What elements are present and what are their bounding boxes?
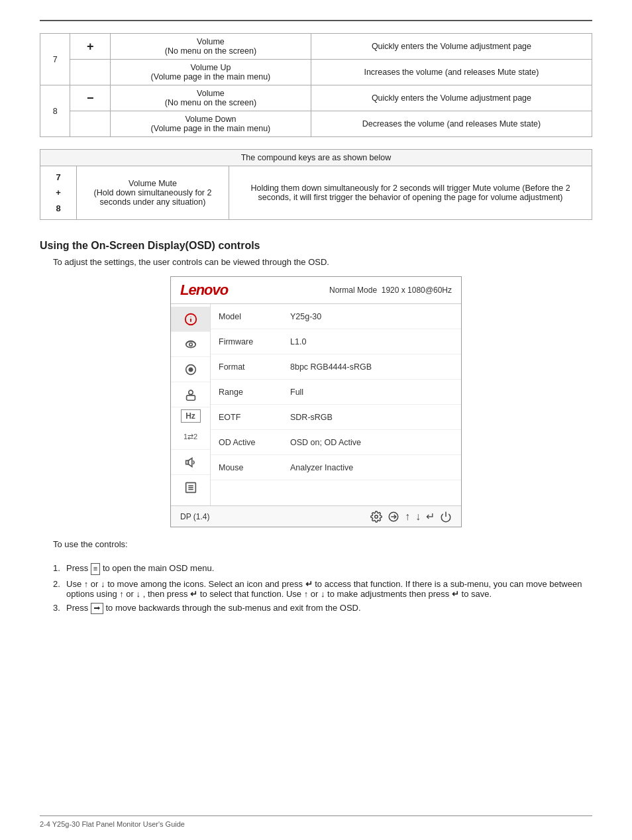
- section-intro: To adjust the settings, the user control…: [53, 257, 592, 267]
- button-icon: [70, 60, 111, 85]
- back-icon-inline: ⮕: [91, 603, 103, 614]
- osd-section: Using the On-Screen Display(OSD) control…: [40, 240, 592, 614]
- osd-value-odactive: OSD on; OD Active: [284, 438, 461, 447]
- row-number: 7: [40, 34, 70, 85]
- page-footer: 2-4 Y25g-30 Flat Panel Monitor User's Gu…: [40, 815, 592, 828]
- row-number: 8: [40, 85, 70, 137]
- table-row: Volume Down(Volume page in the main menu…: [40, 111, 592, 137]
- instruction-1: 1. Press ≡ to open the main OSD menu.: [53, 563, 592, 574]
- section-title: Using the On-Screen Display(OSD) control…: [40, 240, 592, 252]
- osd-label-model: Model: [211, 312, 284, 321]
- osd-port-label: DP (1.4): [180, 512, 209, 521]
- svg-point-2: [190, 316, 191, 317]
- button-icon: +: [70, 34, 111, 60]
- instructions-intro: To use the controls:: [53, 539, 592, 549]
- osd-mode-text: Normal Mode 1920 x 1080@60Hz: [329, 286, 452, 295]
- osd-data-row-eotf: EOTF SDR-sRGB: [211, 405, 461, 430]
- ctrl-enter-icon[interactable]: ↵: [426, 510, 435, 523]
- osd-label-format: Format: [211, 362, 284, 372]
- svg-point-15: [375, 515, 378, 518]
- table-row: 8 − Volume(No menu on the screen) Quickl…: [40, 85, 592, 111]
- action-cell: Volume(No menu on the screen): [111, 34, 311, 60]
- instr-num-2: 2.: [53, 579, 66, 599]
- osd-data-row-format: Format 8bpc RGB4444-sRGB: [211, 354, 461, 380]
- action-cell: Volume Mute (Hold down simultaneously fo…: [77, 166, 229, 220]
- instructions: To use the controls: 1. Press ≡ to open …: [53, 539, 592, 614]
- osd-data-row-mouse: Mouse Analyzer Inactive: [211, 455, 461, 480]
- table-row: Volume Up(Volume page in the main menu) …: [40, 60, 592, 85]
- ctrl-up-icon[interactable]: ↑: [405, 511, 410, 523]
- table-row: 7 + Volume(No menu on the screen) Quickl…: [40, 34, 592, 60]
- action-cell: Volume(No menu on the screen): [111, 85, 311, 111]
- osd-value-eotf: SDR-sRGB: [284, 413, 461, 422]
- ctrl-down-icon[interactable]: ↓: [415, 511, 421, 523]
- description-cell: Quickly enters the Volume adjustment pag…: [311, 34, 592, 60]
- svg-rect-8: [186, 395, 195, 400]
- instr-text-3: Press ⮕ to move backwards through the su…: [66, 603, 592, 614]
- osd-label-firmware: Firmware: [211, 337, 284, 346]
- osd-container: Lenovo Normal Mode 1920 x 1080@60Hz: [40, 276, 592, 527]
- instr-num-1: 1.: [53, 563, 66, 574]
- osd-icon-circle-dot[interactable]: [171, 357, 210, 382]
- table-header: The compound keys are as shown below: [40, 150, 592, 166]
- osd-footer-controls: ↑ ↓ ↵: [370, 510, 452, 523]
- osd-data-row-range: Range Full: [211, 380, 461, 405]
- osd-value-mouse: Analyzer Inactive: [284, 463, 461, 472]
- description-cell: Increases the volume (and releases Mute …: [311, 60, 592, 85]
- osd-data-row-empty: [211, 480, 461, 505]
- table-row: The compound keys are as shown below: [40, 150, 592, 166]
- osd-data-row-odactive: OD Active OSD on; OD Active: [211, 430, 461, 455]
- osd-label-eotf: EOTF: [211, 413, 284, 422]
- instruction-3: 3. Press ⮕ to move backwards through the…: [53, 603, 592, 614]
- description-cell: Decreases the volume (and releases Mute …: [311, 111, 592, 137]
- osd-footer: DP (1.4): [171, 505, 461, 527]
- svg-point-6: [189, 368, 193, 372]
- ctrl-back-icon[interactable]: [388, 511, 399, 523]
- osd-value-format: 8bpc RGB4444-sRGB: [284, 362, 461, 372]
- instruction-2: 2. Use ↑ or ↓ to move among the icons. S…: [53, 579, 592, 599]
- svg-point-4: [189, 342, 192, 346]
- osd-icon-hz[interactable]: Hz: [181, 409, 201, 423]
- ctrl-power-icon[interactable]: [440, 511, 452, 523]
- osd-data-row-firmware: Firmware L1.0: [211, 329, 461, 354]
- osd-icon-speaker[interactable]: [171, 450, 210, 475]
- instr-num-3: 3.: [53, 603, 66, 614]
- action-cell: Volume Up(Volume page in the main menu): [111, 60, 311, 85]
- table-row: 7+8 Volume Mute (Hold down simultaneousl…: [40, 166, 592, 220]
- osd-icon-user[interactable]: [171, 382, 210, 407]
- volume-table: 7 + Volume(No menu on the screen) Quickl…: [40, 33, 592, 137]
- osd-icons-column: Hz 1⇄2: [171, 304, 211, 505]
- key-numbers: 7+8: [40, 166, 77, 220]
- svg-marker-10: [188, 458, 192, 466]
- osd-body: Hz 1⇄2: [171, 304, 461, 505]
- osd-icon-eye[interactable]: [171, 332, 210, 357]
- button-icon: [70, 111, 111, 137]
- instr-text-1: Press ≡ to open the main OSD menu.: [66, 563, 592, 574]
- osd-icon-info[interactable]: [171, 307, 210, 332]
- page-content: 7 + Volume(No menu on the screen) Quickl…: [0, 0, 632, 658]
- osd-icon-menu[interactable]: [171, 475, 210, 500]
- osd-value-model: Y25g-30: [284, 312, 461, 321]
- osd-data-row-model: Model Y25g-30: [211, 304, 461, 329]
- top-border: [40, 20, 592, 21]
- description-cell: Quickly enters the Volume adjustment pag…: [311, 85, 592, 111]
- osd-header: Lenovo Normal Mode 1920 x 1080@60Hz: [171, 277, 461, 304]
- ctrl-settings-icon[interactable]: [370, 511, 382, 523]
- compound-keys-table: The compound keys are as shown below 7+8…: [40, 149, 592, 220]
- menu-icon-inline: ≡: [91, 563, 100, 574]
- instr-text-2: Use ↑ or ↓ to move among the icons. Sele…: [66, 579, 592, 599]
- osd-value-range: Full: [284, 388, 461, 397]
- osd-icon-12[interactable]: 1⇄2: [171, 425, 210, 450]
- osd-value-firmware: L1.0: [284, 337, 461, 346]
- osd-label-odactive: OD Active: [211, 438, 284, 447]
- osd-logo: Lenovo: [180, 282, 228, 299]
- button-icon: −: [70, 85, 111, 111]
- svg-point-7: [188, 390, 192, 394]
- osd-panel: Lenovo Normal Mode 1920 x 1080@60Hz: [170, 276, 462, 527]
- osd-data-column: Model Y25g-30 Firmware L1.0 Format 8bpc …: [211, 304, 461, 505]
- footer-text: 2-4 Y25g-30 Flat Panel Monitor User's Gu…: [40, 820, 185, 828]
- osd-label-range: Range: [211, 388, 284, 397]
- description-cell: Holding them down simultaneously for 2 s…: [229, 166, 592, 220]
- osd-label-mouse: Mouse: [211, 463, 284, 472]
- action-cell: Volume Down(Volume page in the main menu…: [111, 111, 311, 137]
